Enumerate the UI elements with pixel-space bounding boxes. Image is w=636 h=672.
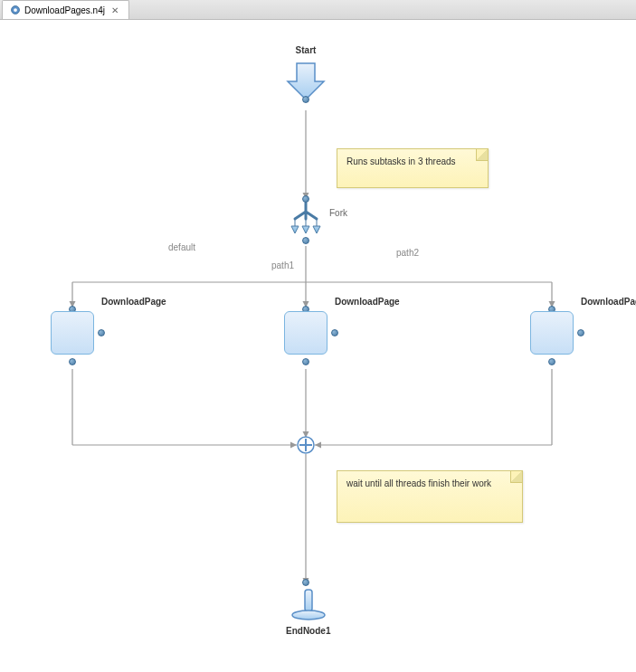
tab-title: DownloadPages.n4j — [24, 5, 105, 15]
end-icon — [289, 584, 328, 620]
close-icon[interactable]: ✕ — [109, 4, 121, 16]
note-text: Runs subtasks in 3 threads — [346, 156, 456, 166]
workflow-file-icon — [10, 5, 21, 15]
edge-path2-label: path2 — [396, 248, 419, 258]
join-node[interactable] — [297, 436, 315, 456]
end-node[interactable]: EndNode1 — [286, 584, 330, 636]
note-text-2: wait until all threads finish their work — [346, 478, 491, 488]
diagram-canvas[interactable]: Start Runs subtasks in 3 threads Fork de… — [0, 20, 636, 672]
dl3-label: DownloadPage — [581, 297, 636, 307]
dl1-label: DownloadPage — [101, 297, 166, 307]
edge-default-label: default — [168, 242, 195, 252]
fork-node[interactable]: Fork — [288, 201, 324, 239]
fork-label: Fork — [329, 208, 347, 218]
end-label: EndNode1 — [286, 626, 330, 636]
svg-point-1 — [14, 8, 17, 12]
svg-point-14 — [292, 610, 325, 620]
join-icon — [297, 436, 315, 454]
start-node[interactable]: Start — [283, 45, 328, 106]
note-fork[interactable]: Runs subtasks in 3 threads — [337, 148, 489, 188]
dl2-label: DownloadPage — [335, 297, 400, 307]
edge-path1-label: path1 — [271, 260, 294, 270]
fork-icon — [288, 201, 324, 237]
tab-active[interactable]: DownloadPages.n4j ✕ — [2, 0, 129, 19]
note-join[interactable]: wait until all threads finish their work — [337, 470, 523, 523]
start-label: Start — [296, 45, 317, 55]
svg-rect-13 — [305, 590, 312, 611]
tab-bar: DownloadPages.n4j ✕ — [0, 0, 636, 20]
